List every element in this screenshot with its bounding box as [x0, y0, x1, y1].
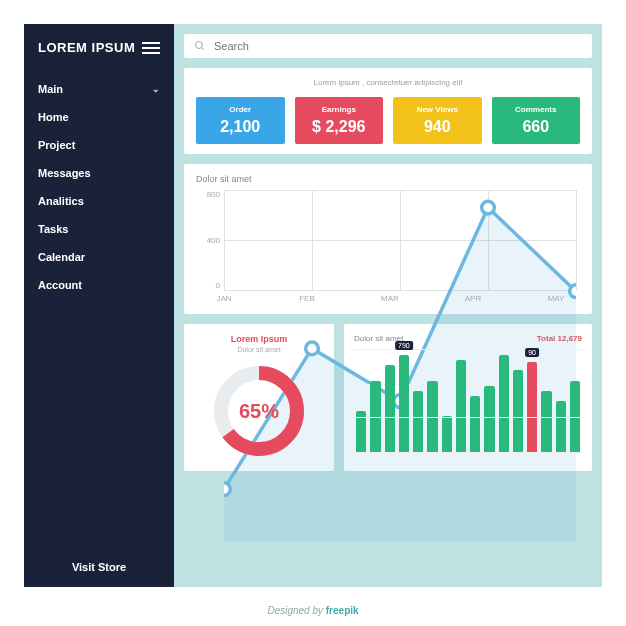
bar-chart: 79090: [354, 349, 582, 453]
bar-6[interactable]: [427, 381, 437, 452]
bar-14[interactable]: [541, 391, 551, 452]
sidebar-item-label: Account: [38, 279, 82, 291]
bar-10[interactable]: [484, 386, 494, 452]
stat-comments[interactable]: Comments660: [492, 97, 581, 144]
brand: LOREM IPSUM: [38, 40, 135, 55]
stat-new-views[interactable]: New Views940: [393, 97, 482, 144]
line-chart-title: Dolor sit amet: [196, 174, 580, 184]
bar-13[interactable]: 90: [527, 362, 537, 452]
sidebar-item-calendar[interactable]: Calendar: [24, 243, 174, 271]
donut-percent: 65%: [209, 361, 309, 461]
sidebar-item-label: Analitics: [38, 195, 84, 207]
visit-store-button[interactable]: Visit Store: [24, 547, 174, 587]
bar-4[interactable]: 790: [399, 355, 409, 452]
bar-15[interactable]: [556, 401, 566, 452]
sidebar-item-messages[interactable]: Messages: [24, 159, 174, 187]
sidebar-item-label: Home: [38, 111, 69, 123]
bar-12[interactable]: [513, 370, 523, 452]
sidebar-item-home[interactable]: Home: [24, 103, 174, 131]
stats-card: Lorem ipsum , consectetuer adipiscing el…: [184, 68, 592, 154]
sidebar: LOREM IPSUM Main⌄HomeProjectMessagesAnal…: [24, 24, 174, 587]
bar-8[interactable]: [456, 360, 466, 452]
sidebar-item-label: Main: [38, 83, 63, 95]
stat-row: Order2,100Earnings$ 2,296New Views940Com…: [196, 97, 580, 144]
sidebar-item-label: Tasks: [38, 223, 68, 235]
bar-3[interactable]: [385, 365, 395, 452]
bar-1[interactable]: [356, 411, 366, 452]
sidebar-item-main[interactable]: Main⌄: [24, 75, 174, 103]
sidebar-item-project[interactable]: Project: [24, 131, 174, 159]
sidebar-list: Main⌄HomeProjectMessagesAnaliticsTasksCa…: [24, 67, 174, 307]
svg-line-1: [202, 48, 205, 51]
chevron-down-icon: ⌄: [152, 84, 160, 94]
search-bar[interactable]: [184, 34, 592, 58]
app-shell: LOREM IPSUM Main⌄HomeProjectMessagesAnal…: [24, 24, 602, 587]
stats-caption: Lorem ipsum , consectetuer adipiscing el…: [196, 78, 580, 87]
svg-point-0: [196, 42, 203, 49]
search-icon: [194, 40, 206, 52]
sidebar-item-analitics[interactable]: Analitics: [24, 187, 174, 215]
bar-16[interactable]: [570, 381, 580, 452]
sidebar-item-tasks[interactable]: Tasks: [24, 215, 174, 243]
bar-7[interactable]: [442, 416, 452, 452]
stat-earnings[interactable]: Earnings$ 2,296: [295, 97, 384, 144]
search-input[interactable]: [214, 40, 582, 52]
donut-chart: 65%: [209, 361, 309, 461]
sidebar-item-label: Calendar: [38, 251, 85, 263]
svg-point-2: [224, 483, 230, 496]
sidebar-header: LOREM IPSUM: [24, 24, 174, 67]
stat-order[interactable]: Order2,100: [196, 97, 285, 144]
line-chart-card: Dolor sit amet 8004000 JANFEBMARAPRMAY: [184, 164, 592, 314]
hamburger-icon[interactable]: [142, 42, 160, 54]
bar-9[interactable]: [470, 396, 480, 452]
sidebar-item-label: Messages: [38, 167, 91, 179]
sidebar-item-label: Project: [38, 139, 75, 151]
svg-point-3: [306, 342, 319, 355]
main: Lorem ipsum , consectetuer adipiscing el…: [174, 24, 602, 587]
bar-11[interactable]: [499, 355, 509, 452]
bar-5[interactable]: [413, 391, 423, 452]
line-chart: 8004000 JANFEBMARAPRMAY: [196, 190, 580, 310]
sidebar-item-account[interactable]: Account: [24, 271, 174, 299]
svg-point-5: [482, 201, 495, 214]
bar-2[interactable]: [370, 381, 380, 452]
credit: Designed by freepik: [0, 587, 626, 626]
